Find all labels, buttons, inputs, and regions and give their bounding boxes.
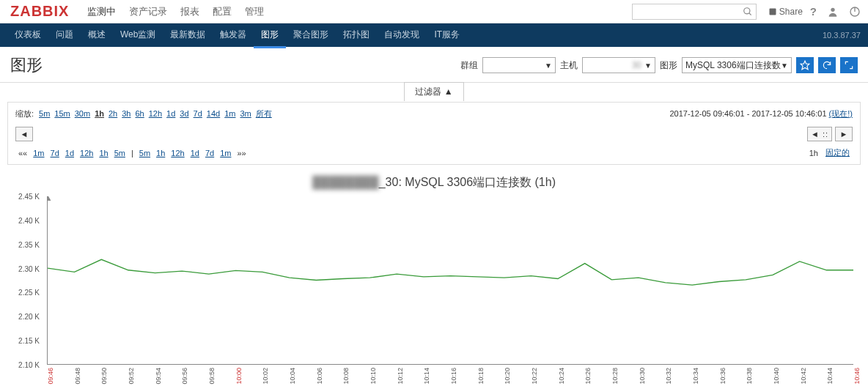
chart-area: ████████_30: MySQL 3306端口连接数 (1h) 2.10 K… (7, 175, 861, 386)
fullscreen-button[interactable] (840, 57, 858, 73)
shift-fwd-link[interactable]: 1d (191, 149, 199, 157)
zoom-link[interactable]: 3h (122, 109, 130, 118)
sub-nav-item[interactable]: 问题 (48, 23, 81, 48)
graph-label: 图形 (660, 59, 677, 72)
shift-back-link[interactable]: 7d (51, 149, 59, 157)
host-label: 主机 (560, 59, 578, 72)
refresh-button[interactable] (818, 57, 836, 73)
x-tick-label: 09:58 (208, 368, 216, 385)
svg-line-1 (749, 12, 751, 15)
title-bar: 图形 群组 ▼ 主机 30▼ 图形 MySQL 3306端口连接数▼ (0, 47, 868, 82)
nav-next-button[interactable]: ► (835, 127, 853, 141)
zoom-link[interactable]: 3d (180, 109, 188, 118)
zoom-link[interactable]: 2h (108, 109, 117, 118)
shift-back-link[interactable]: 1m (33, 149, 44, 157)
x-tick-label: 10:14 (423, 368, 430, 385)
help-icon[interactable]: ? (810, 5, 817, 18)
shift-fwd-link[interactable]: 5m (139, 149, 150, 157)
time-panel: 缩放:5m15m30m1h2h3h6h12h1d3d7d14d1m3m所有 20… (7, 102, 861, 165)
x-tick-label: 10:10 (369, 368, 377, 385)
x-tick-label: 10:42 (800, 368, 807, 385)
y-tick-label: 2.25 K (4, 289, 40, 297)
x-tick-label: 09:52 (128, 368, 135, 385)
shift-fwd-link[interactable]: 1m (220, 149, 231, 157)
filter-toggle[interactable]: 过滤器 ▲ (0, 82, 868, 102)
zoom-link[interactable]: 1m (224, 109, 235, 118)
search-input[interactable] (632, 4, 757, 20)
top-nav-item[interactable]: 报表 (174, 0, 206, 23)
host-select[interactable]: 30▼ (582, 57, 655, 73)
zoom-link[interactable]: 6h (136, 109, 144, 118)
top-nav-item[interactable]: 配置 (206, 0, 238, 23)
sub-nav-item[interactable]: 拓扑图 (336, 23, 377, 48)
sub-nav-item[interactable]: 概述 (81, 23, 113, 48)
nav-menu-button[interactable]: ◄ :: (807, 127, 832, 141)
zoom-link[interactable]: 5m (39, 109, 50, 118)
y-tick-label: 2.40 K (4, 216, 40, 224)
chart-plot[interactable] (47, 196, 853, 365)
y-tick-label: 2.20 K (4, 313, 40, 321)
zoom-link[interactable]: 30m (75, 109, 90, 118)
x-tick-label: 10:28 (611, 368, 619, 385)
shift-back-link[interactable]: 1h (99, 149, 108, 157)
zoom-current: 1h (809, 149, 818, 157)
zoom-link[interactable]: 7d (194, 109, 202, 118)
ip-label: 10.3.87.37 (823, 31, 861, 40)
sub-nav-item[interactable]: 仪表板 (7, 23, 48, 48)
top-header: ZABBIX 监测中资产记录报表配置管理 Share ? (0, 0, 868, 23)
shift-back-link[interactable]: 12h (80, 149, 93, 157)
share-icon (768, 7, 777, 16)
zoom-link[interactable]: 12h (149, 109, 162, 118)
share-link[interactable]: Share (768, 7, 803, 17)
x-tick-label: 10:18 (477, 368, 485, 385)
y-tick-label: 2.15 K (4, 337, 40, 345)
x-tick-label: 10:24 (558, 368, 565, 385)
y-tick-label: 2.45 K (4, 193, 40, 201)
zoom-link[interactable]: 3m (240, 109, 251, 118)
user-icon[interactable] (827, 6, 839, 18)
favorite-button[interactable] (796, 57, 814, 73)
sub-nav-item[interactable]: 图形 (254, 23, 286, 48)
zoom-link[interactable]: 1d (166, 109, 175, 118)
shift-back-link[interactable]: 5m (114, 149, 125, 157)
sub-nav-item[interactable]: 自动发现 (377, 23, 427, 48)
sub-nav: 仪表板问题概述Web监测最新数据触发器图形聚合图形拓扑图自动发现IT服务 10.… (0, 23, 868, 47)
x-tick-label: 10:38 (746, 368, 753, 385)
x-tick-label: 10:16 (450, 368, 457, 385)
zoom-link[interactable]: 所有 (256, 109, 272, 118)
zoom-link[interactable]: 14d (207, 109, 220, 118)
top-nav-item[interactable]: 管理 (238, 0, 271, 23)
sub-nav-item[interactable]: Web监测 (113, 23, 163, 48)
x-tick-label: 10:12 (397, 368, 404, 385)
shift-fwd-link[interactable]: 7d (205, 149, 214, 157)
fixed-link[interactable]: 固定的 (825, 147, 850, 158)
svg-rect-2 (769, 8, 776, 15)
sub-nav-item[interactable]: 聚合图形 (286, 23, 336, 48)
top-nav-item[interactable]: 监测中 (81, 0, 122, 23)
graph-select[interactable]: MySQL 3306端口连接数▼ (682, 57, 792, 73)
x-tick-label: 10:32 (665, 368, 672, 385)
shift-fwd-link[interactable]: 1h (156, 149, 165, 157)
x-tick-label: 10:00 (235, 368, 243, 385)
y-tick-label: 2.35 K (4, 240, 40, 248)
shift-back-link[interactable]: 1d (65, 149, 74, 157)
chart-title: ████████_30: MySQL 3306端口连接数 (1h) (7, 175, 861, 190)
group-label: 群组 (460, 59, 478, 72)
x-tick-label: 10:40 (773, 368, 780, 385)
nav-prev-button[interactable]: ◄ (15, 127, 33, 141)
top-nav-item[interactable]: 资产记录 (122, 0, 174, 23)
zoom-links: 缩放:5m15m30m1h2h3h6h12h1d3d7d14d1m3m所有 (15, 108, 274, 119)
power-icon[interactable] (849, 6, 861, 18)
svg-marker-6 (801, 61, 809, 70)
zoom-link[interactable]: 15m (54, 109, 70, 118)
page-title: 图形 (10, 54, 43, 76)
sub-nav-item[interactable]: 触发器 (213, 23, 254, 48)
x-tick-label: 10:04 (289, 368, 296, 385)
shift-fwd-link[interactable]: 12h (171, 149, 184, 157)
x-tick-label: 10:08 (342, 368, 350, 385)
now-link[interactable]: (现在!) (829, 109, 853, 118)
sub-nav-item[interactable]: IT服务 (427, 23, 467, 48)
sub-nav-item[interactable]: 最新数据 (163, 23, 213, 48)
zoom-link[interactable]: 1h (95, 109, 104, 118)
group-select[interactable]: ▼ (482, 57, 556, 73)
